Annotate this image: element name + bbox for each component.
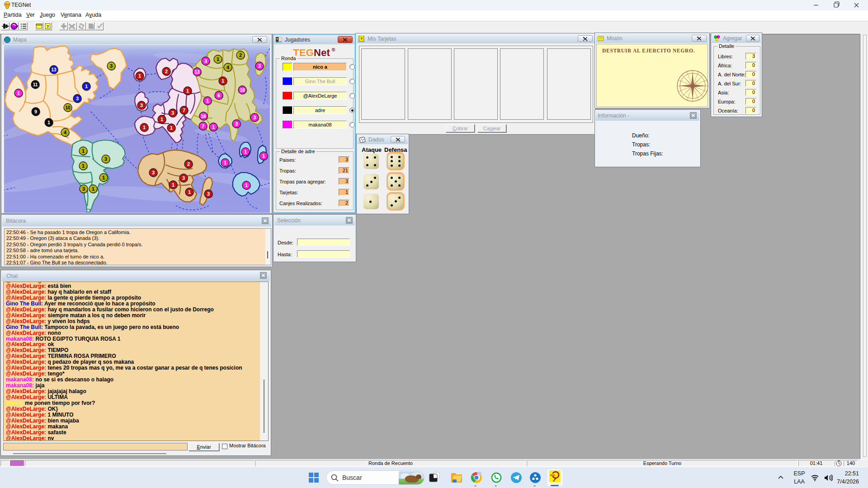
svg-text:1: 1 bbox=[82, 163, 85, 169]
svg-text:3: 3 bbox=[104, 156, 107, 162]
svg-text:1: 1 bbox=[143, 125, 146, 130]
svg-text:3: 3 bbox=[152, 170, 155, 175]
svg-text:1: 1 bbox=[92, 186, 94, 192]
svg-text:4: 4 bbox=[64, 130, 67, 135]
svg-text:2: 2 bbox=[165, 69, 168, 74]
svg-text:1: 1 bbox=[222, 78, 224, 84]
svg-text:1: 1 bbox=[138, 73, 141, 79]
svg-text:3: 3 bbox=[171, 110, 174, 116]
svg-text:3: 3 bbox=[207, 191, 210, 197]
svg-text:1: 1 bbox=[224, 160, 226, 165]
svg-text:1: 1 bbox=[186, 88, 189, 94]
svg-text:13: 13 bbox=[194, 70, 200, 75]
svg-text:3: 3 bbox=[110, 63, 113, 69]
svg-text:1: 1 bbox=[244, 149, 247, 155]
svg-text:4: 4 bbox=[226, 65, 230, 70]
svg-text:6: 6 bbox=[217, 93, 220, 98]
svg-text:1: 1 bbox=[47, 120, 50, 125]
svg-text:18: 18 bbox=[240, 88, 245, 93]
svg-text:1: 1 bbox=[85, 84, 88, 89]
svg-text:13: 13 bbox=[51, 67, 57, 72]
svg-text:1: 1 bbox=[102, 175, 105, 180]
svg-text:TEG: TEG bbox=[550, 474, 555, 477]
svg-text:11: 11 bbox=[33, 82, 38, 87]
svg-text:2: 2 bbox=[239, 52, 242, 58]
svg-text:3: 3 bbox=[253, 115, 256, 120]
svg-text:1: 1 bbox=[217, 56, 219, 62]
svg-text:9: 9 bbox=[34, 109, 37, 114]
svg-text:3: 3 bbox=[82, 186, 85, 192]
svg-text:10: 10 bbox=[65, 105, 71, 110]
svg-text:3: 3 bbox=[76, 96, 79, 101]
svg-text:1: 1 bbox=[160, 117, 163, 122]
svg-text:TEG: TEG bbox=[5, 3, 9, 6]
svg-text:3: 3 bbox=[204, 58, 207, 64]
svg-text:16: 16 bbox=[201, 114, 206, 119]
svg-text:1: 1 bbox=[172, 182, 175, 188]
svg-text:1: 1 bbox=[212, 124, 215, 130]
svg-text:3: 3 bbox=[258, 63, 261, 69]
svg-text:1: 1 bbox=[17, 90, 20, 96]
svg-text:?: ? bbox=[47, 24, 49, 29]
svg-text:2: 2 bbox=[187, 161, 190, 167]
svg-text:1: 1 bbox=[245, 183, 248, 188]
svg-text:1: 1 bbox=[206, 98, 209, 103]
svg-text:7: 7 bbox=[202, 123, 204, 129]
svg-text:3: 3 bbox=[140, 103, 143, 108]
svg-text:7: 7 bbox=[183, 108, 185, 113]
svg-text:?: ? bbox=[360, 37, 363, 41]
svg-text:3: 3 bbox=[235, 121, 238, 127]
svg-text:1: 1 bbox=[188, 189, 191, 195]
svg-text:1: 1 bbox=[170, 125, 173, 131]
svg-text:1: 1 bbox=[82, 148, 85, 154]
svg-text:1: 1 bbox=[262, 153, 265, 159]
svg-text:3: 3 bbox=[182, 175, 185, 181]
